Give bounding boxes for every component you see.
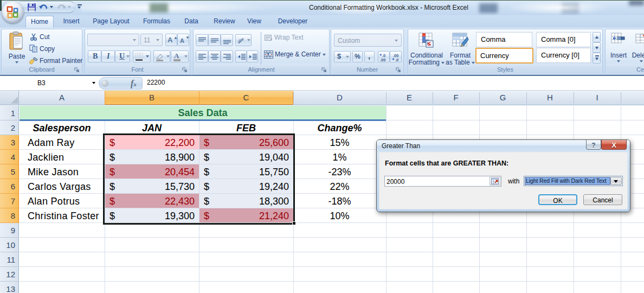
svg-text:.00: .00: [380, 58, 385, 62]
svg-text:.0: .0: [395, 58, 398, 62]
svg-text:a: a: [267, 52, 269, 56]
